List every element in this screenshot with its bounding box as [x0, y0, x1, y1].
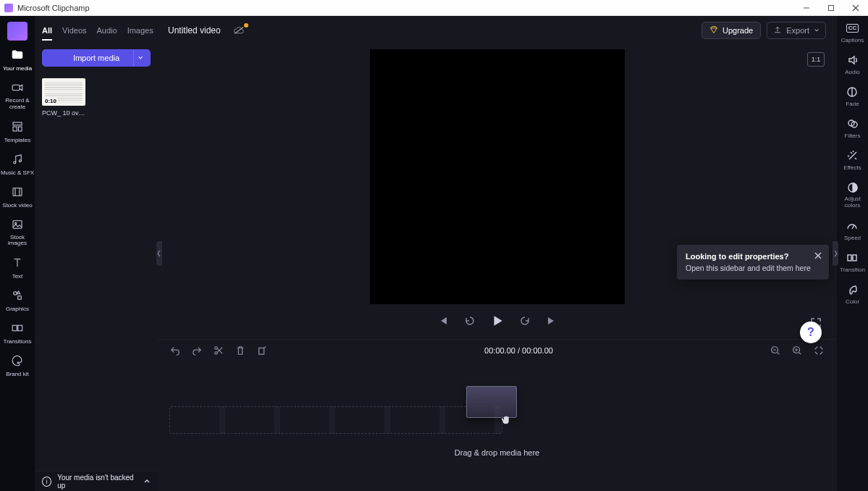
collapse-properties-handle[interactable] [833, 241, 838, 266]
project-title[interactable]: Untitled video [168, 25, 221, 35]
folder-icon [10, 48, 25, 62]
camera-icon [10, 80, 25, 95]
svg-rect-30 [853, 255, 856, 261]
prop-speed[interactable]: Speed [844, 219, 861, 241]
timeline-tracks[interactable]: Drag & drop media here [158, 361, 836, 470]
prop-effects[interactable]: Effects [843, 149, 861, 171]
window-minimize-button[interactable] [794, 0, 819, 16]
upgrade-button[interactable]: Upgrade [701, 22, 761, 39]
sidebar-item-stock-images[interactable]: Stock images [0, 217, 35, 248]
captions-icon: CC [846, 22, 859, 35]
properties-sidebar: CC Captions Audio Fade Filters Effects [836, 16, 868, 491]
sidebar-item-graphics[interactable]: Graphics [6, 288, 29, 312]
window-titlebar: Microsoft Clipchamp [0, 0, 868, 16]
text-icon [10, 256, 25, 270]
svg-point-9 [19, 159, 21, 161]
sidebar-item-text[interactable]: Text [10, 256, 25, 280]
video-preview-canvas[interactable] [370, 49, 625, 304]
prop-captions[interactable]: CC Captions [841, 22, 864, 43]
primary-sidebar: Your media Record & create Templates Mus… [0, 16, 35, 491]
timeline-toolbar: 00:00.00 / 00:00.00 [158, 340, 836, 361]
sidebar-label: Transitions [4, 338, 32, 345]
sidebar-item-transitions[interactable]: Transitions [4, 321, 32, 345]
clipchamp-logo [7, 22, 28, 41]
timeline-drop-hint: Drag & drop media here [169, 448, 825, 457]
filters-icon [846, 117, 859, 130]
info-icon: i [42, 477, 51, 487]
sidebar-item-brand-kit[interactable]: Brand kit [6, 353, 29, 377]
chevron-down-icon [814, 26, 819, 35]
editor-topbar: Untitled video Upgrade Export [158, 16, 836, 45]
app-icon [4, 4, 13, 12]
undo-button[interactable] [169, 345, 181, 356]
sidebar-label: Record & create [0, 98, 35, 111]
aspect-ratio-button[interactable]: 1:1 [807, 52, 825, 67]
prop-filters[interactable]: Filters [845, 117, 861, 139]
svg-rect-4 [12, 85, 20, 91]
svg-rect-5 [13, 122, 22, 125]
palette-icon [10, 353, 25, 368]
delete-button[interactable] [235, 345, 246, 356]
prop-adjust-colors[interactable]: Adjust colors [837, 181, 868, 209]
import-media-button[interactable]: Import media [42, 49, 151, 67]
popover-body: Open this sidebar and edit them here [686, 264, 820, 272]
sidebar-label: Music & SFX [1, 169, 34, 176]
import-media-dropdown[interactable] [133, 49, 146, 67]
timecode-total: 00:00.00 [522, 346, 553, 355]
redo-button[interactable] [191, 345, 203, 356]
prop-label: Effects [843, 164, 861, 171]
prop-audio[interactable]: Audio [845, 54, 859, 75]
tab-images[interactable]: Images [127, 26, 153, 41]
sidebar-label: Templates [4, 137, 30, 143]
skip-forward-button[interactable] [545, 314, 560, 328]
backup-status-bar[interactable]: i Your media isn't backed up [35, 471, 158, 491]
timeline-drop-track[interactable] [169, 406, 502, 434]
sidebar-label: Stock images [0, 235, 35, 248]
tab-all[interactable]: All [42, 26, 52, 41]
window-maximize-button[interactable] [819, 0, 843, 16]
chevron-up-icon [143, 477, 151, 486]
prop-color[interactable]: Color [846, 283, 859, 305]
svg-rect-10 [13, 188, 22, 196]
music-note-icon [10, 152, 25, 167]
crop-button[interactable] [256, 345, 268, 356]
clip-preview-image: 0:10 [42, 78, 85, 106]
speed-icon [846, 219, 859, 232]
zoom-in-button[interactable] [791, 345, 803, 356]
prop-transition[interactable]: Transition [840, 251, 865, 273]
tab-audio[interactable]: Audio [97, 26, 117, 41]
sidebar-item-music-sfx[interactable]: Music & SFX [1, 152, 34, 176]
zoom-fit-button[interactable] [813, 345, 825, 356]
zoom-out-button[interactable] [770, 345, 781, 356]
svg-rect-13 [13, 220, 22, 228]
tab-videos[interactable]: Videos [62, 26, 86, 41]
upgrade-label: Upgrade [722, 26, 753, 35]
media-clip-thumbnail[interactable]: 0:10 PCW_ 10 overloo... [42, 78, 85, 117]
playback-controls [158, 309, 836, 333]
sidebar-item-your-media[interactable]: Your media [3, 48, 32, 72]
svg-rect-17 [12, 325, 17, 331]
main-area: Untitled video Upgrade Export [158, 16, 836, 491]
help-button[interactable]: ? [800, 322, 822, 343]
svg-rect-7 [19, 127, 22, 131]
sidebar-item-stock-video[interactable]: Stock video [2, 185, 32, 209]
sidebar-item-templates[interactable]: Templates [4, 119, 30, 143]
svg-point-20 [215, 347, 218, 350]
popover-close-button[interactable] [813, 251, 823, 261]
film-icon [10, 185, 25, 199]
split-button[interactable] [213, 345, 224, 356]
window-close-button[interactable] [843, 0, 868, 16]
skip-back-button[interactable] [435, 314, 450, 328]
seek-back-button[interactable] [463, 314, 477, 328]
timecode-current: 00:00.00 [484, 346, 515, 355]
sidebar-item-record-create[interactable]: Record & create [0, 80, 35, 111]
sidebar-label: Brand kit [6, 371, 29, 377]
warning-dot-icon [244, 23, 248, 28]
play-button[interactable] [490, 314, 505, 328]
seek-forward-button[interactable] [518, 314, 532, 328]
sidebar-label: Text [12, 273, 23, 280]
prop-fade[interactable]: Fade [846, 85, 859, 107]
export-button[interactable]: Export [767, 22, 826, 39]
cloud-sync-off-icon[interactable] [232, 25, 245, 35]
svg-rect-18 [18, 325, 22, 331]
